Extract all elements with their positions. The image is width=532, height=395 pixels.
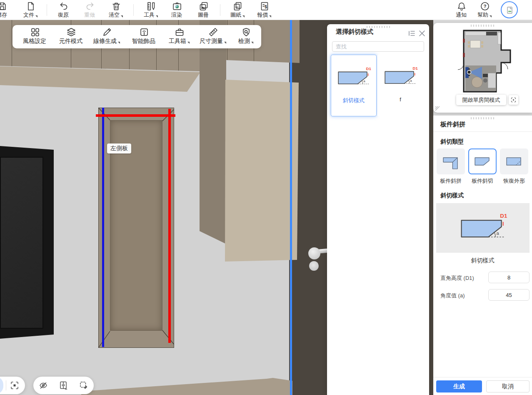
focus-icon	[10, 380, 20, 390]
dropdown-caret	[118, 42, 120, 44]
bevel-diagram: D1 I a	[334, 63, 374, 92]
drawings-button[interactable]: 圖紙	[227, 1, 248, 20]
help-icon: ?	[480, 1, 489, 10]
dropdown-caret	[251, 42, 253, 44]
style-grid-icon	[30, 27, 40, 37]
d1-height-label: 直角高度 (D1)	[440, 274, 474, 282]
inspect-button[interactable]: 檢測	[230, 27, 262, 46]
dropdown-caret	[242, 15, 245, 18]
scene-cabinet-side-face[interactable]	[199, 20, 227, 244]
pencil-icon	[102, 27, 112, 37]
quote-button[interactable]: $ 報價	[253, 1, 275, 20]
notifications-button[interactable]: 通知	[450, 1, 472, 20]
album-icon	[199, 1, 208, 10]
dropdown-caret	[490, 15, 492, 18]
style-card-label: 斜切樣式	[343, 97, 365, 104]
pill-divider	[6, 380, 6, 390]
right-sidebar: 開啟單房間模式 板件斜拼 斜切類型 板件斜拼	[433, 20, 532, 395]
resize-handle-icon[interactable]	[435, 106, 440, 111]
scene-cabinet-front-face[interactable]	[225, 59, 299, 264]
quote-icon: $	[260, 1, 269, 10]
single-room-mode-button[interactable]: 開啟單房間模式	[456, 95, 506, 105]
properties-drag-handle[interactable]	[471, 117, 494, 119]
dropdown-caret	[187, 42, 190, 44]
tools-button[interactable]: 工具	[140, 1, 162, 20]
user-avatar[interactable]	[501, 1, 518, 18]
broken-image-icon	[505, 5, 514, 15]
scene-tv-screen	[0, 157, 43, 329]
cabinet-icon	[58, 380, 68, 390]
properties-title: 板件斜拼	[440, 121, 465, 128]
minimap-drag-handle[interactable]	[471, 25, 494, 27]
angle-input[interactable]	[488, 289, 530, 301]
style-card[interactable]: D1 I a f	[377, 55, 423, 116]
bell-icon	[457, 1, 466, 10]
scene-tv-frame[interactable]	[0, 146, 54, 339]
bevel-type-joint[interactable]	[437, 148, 465, 174]
picker-title: 選擇斜切樣式	[336, 28, 373, 36]
generate-button[interactable]: 生成	[436, 380, 482, 392]
svg-text:a: a	[496, 230, 499, 235]
corner-joint-icon	[440, 153, 461, 170]
d1-height-input[interactable]	[488, 272, 530, 283]
board-name-tag: 左側板	[107, 143, 131, 153]
album-button[interactable]: 圖冊	[192, 1, 214, 20]
divider	[433, 377, 532, 377]
close-icon[interactable]	[418, 29, 425, 37]
bevel-type-cut[interactable]	[468, 148, 497, 174]
dashed-select-brush-icon	[79, 380, 89, 390]
component-mode-button[interactable]: 元件模式	[55, 27, 87, 46]
cancel-button[interactable]: 取消	[486, 380, 530, 392]
redo-button[interactable]: 重做	[79, 1, 100, 20]
cabinet-door-toggle-button[interactable]	[58, 380, 68, 390]
clear-button[interactable]: 清空	[105, 1, 127, 20]
minimap-focus-button[interactable]	[509, 95, 518, 105]
search-input[interactable]	[332, 41, 424, 52]
active-view-tool[interactable]	[0, 377, 3, 394]
smart-decor-icon	[139, 27, 149, 37]
style-settings-button[interactable]: 風格設定	[19, 27, 50, 46]
svg-text:?: ?	[484, 4, 487, 9]
board-edge-highlight-red-horizontal	[96, 114, 175, 117]
list-view-icon[interactable]	[407, 29, 415, 37]
hide-objects-button[interactable]	[38, 380, 48, 390]
layers-icon	[66, 27, 76, 37]
file-button[interactable]: 文件	[20, 1, 41, 20]
door-lock-knob	[309, 261, 319, 271]
divider	[433, 131, 532, 132]
help-button[interactable]: ? 幫助	[474, 1, 495, 20]
toolbox-button[interactable]: 工具箱	[163, 27, 195, 46]
line-generate-button[interactable]: 線條生成	[91, 27, 122, 46]
bevel-type-restore[interactable]	[500, 148, 528, 174]
render-button[interactable]: 渲染	[166, 1, 187, 20]
dropdown-caret	[224, 42, 226, 44]
tool-palette: 風格設定 元件模式 線條生成 智能飾品 工具箱 尺寸測量 檢測	[12, 25, 261, 48]
eye-off-icon	[38, 380, 48, 390]
bevel-style-caption: 斜切樣式	[433, 257, 532, 264]
bevel-style-section-title: 斜切樣式	[440, 192, 464, 199]
floorplan-map[interactable]	[447, 27, 518, 94]
scene-bottom-counter[interactable]	[79, 377, 292, 395]
bevel-cut-icon	[472, 153, 493, 170]
smart-decor-button[interactable]: 智能飾品	[128, 27, 160, 46]
style-card-selected[interactable]: D1 I a 斜切樣式	[331, 55, 377, 116]
dropdown-caret	[35, 15, 37, 18]
style-card-label: f	[400, 96, 401, 103]
svg-text:D1: D1	[366, 66, 372, 71]
save-button[interactable]: 儲存	[0, 1, 12, 20]
board-edge-highlight-red-vertical	[168, 109, 171, 343]
undo-button[interactable]: 復原	[52, 1, 74, 20]
toolbar-divider	[133, 4, 134, 16]
measure-button[interactable]: 尺寸測量	[197, 27, 229, 46]
material-brush-button[interactable]	[79, 380, 89, 390]
properties-panel: 板件斜拼 斜切類型 板件斜拼 板件斜切 恢復外形 斜切樣式	[433, 116, 532, 395]
svg-text:a: a	[363, 79, 365, 83]
ruler-icon	[208, 27, 218, 37]
focus-selection-button[interactable]	[10, 380, 20, 390]
bevel-type-section-title: 斜切類型	[440, 138, 464, 146]
style-picker-panel: 選擇斜切樣式 D1 I a 斜切樣式 D1 I a f	[327, 24, 429, 395]
top-toolbar: 儲存 文件 復原 重做 清空 工具 渲染 圖冊 圖紙 $ 報價 通知	[0, 0, 532, 20]
angle-label: 角度值 (a)	[440, 292, 465, 299]
bevel-diagram: D1 I a	[380, 63, 420, 91]
undo-icon	[59, 1, 68, 10]
